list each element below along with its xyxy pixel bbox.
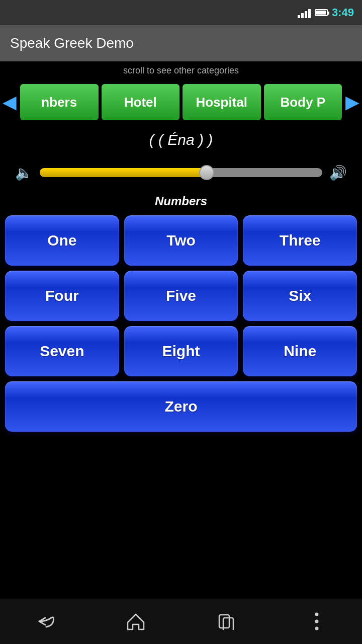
section-label: Numbers	[0, 190, 362, 212]
button-one[interactable]: One	[5, 215, 119, 266]
number-row-2: Four Five Six	[5, 271, 357, 321]
battery-icon	[315, 9, 328, 16]
category-bar: ◀ nbers Hotel Hospital Body P ▶	[0, 79, 362, 125]
back-button[interactable]	[30, 609, 60, 634]
category-right-arrow[interactable]: ▶	[345, 92, 360, 113]
app-title: Speak Greek Demo	[10, 35, 134, 51]
button-three[interactable]: Three	[243, 215, 357, 266]
nav-bar	[0, 599, 362, 644]
volume-high-icon: 🔊	[329, 165, 347, 181]
number-row-3: Seven Eight Nine	[5, 326, 357, 376]
button-six[interactable]: Six	[243, 271, 357, 321]
category-btn-bodyparts[interactable]: Body P	[264, 84, 342, 120]
signal-icon	[298, 7, 311, 18]
recents-button[interactable]	[211, 609, 241, 634]
volume-low-icon: 🔈	[15, 165, 33, 181]
volume-control: 🔈 🔊	[0, 155, 362, 190]
volume-thumb[interactable]	[199, 165, 214, 180]
svg-rect-0	[219, 615, 229, 628]
back-icon	[35, 614, 55, 629]
svg-point-2	[315, 613, 319, 616]
button-seven[interactable]: Seven	[5, 326, 119, 376]
number-row-1: One Two Three	[5, 215, 357, 266]
title-bar: Speak Greek Demo	[0, 25, 362, 61]
home-icon	[126, 612, 146, 630]
volume-fill	[40, 168, 209, 177]
status-time: 3:49	[332, 6, 354, 19]
more-button[interactable]	[302, 609, 332, 634]
scroll-hint: scroll to see other categories	[0, 61, 362, 79]
pronunciation-display: ( ( Éna ) )	[0, 125, 362, 155]
button-four[interactable]: Four	[5, 271, 119, 321]
category-btn-hospital[interactable]: Hospital	[183, 84, 261, 120]
svg-point-3	[315, 620, 319, 623]
numbers-grid: One Two Three Four Five Six Seven Eight …	[0, 212, 362, 435]
number-row-zero: Zero	[5, 381, 357, 432]
category-btn-numbers[interactable]: nbers	[20, 84, 99, 120]
button-zero[interactable]: Zero	[5, 381, 357, 432]
button-five[interactable]: Five	[124, 271, 238, 321]
status-bar: 3:49	[0, 0, 362, 25]
recents-icon	[216, 613, 236, 630]
category-left-arrow[interactable]: ◀	[2, 92, 17, 113]
volume-slider[interactable]	[40, 168, 322, 177]
button-two[interactable]: Two	[124, 215, 238, 266]
category-btn-hotel[interactable]: Hotel	[102, 84, 180, 120]
more-icon	[314, 611, 320, 631]
svg-point-4	[315, 627, 319, 630]
home-button[interactable]	[121, 609, 151, 634]
button-eight[interactable]: Eight	[124, 326, 238, 376]
button-nine[interactable]: Nine	[243, 326, 357, 376]
